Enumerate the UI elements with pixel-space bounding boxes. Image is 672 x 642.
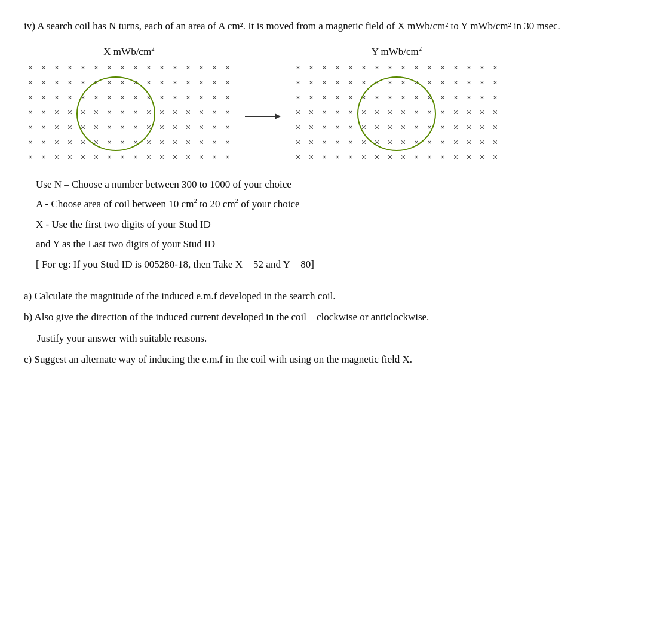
field-cross: × xyxy=(318,62,331,75)
field-cross: × xyxy=(221,121,234,134)
field-cross: × xyxy=(182,136,195,149)
right-arrow-icon xyxy=(245,110,281,122)
field-cross: × xyxy=(142,136,155,149)
field-cross: × xyxy=(331,91,344,105)
field-cross: × xyxy=(436,121,449,134)
field-cross: × xyxy=(90,121,103,134)
field-cross: × xyxy=(370,106,383,119)
instructions-block: Use N – Choose a number between 300 to 1… xyxy=(36,175,648,274)
field-cross: × xyxy=(182,76,195,90)
field-cross: × xyxy=(129,121,142,134)
field-cross: × xyxy=(436,106,449,119)
field-cross: × xyxy=(462,151,475,164)
field-cross: × xyxy=(116,151,129,164)
field-cross: × xyxy=(195,136,208,149)
field-cross: × xyxy=(449,62,462,75)
field-cross: × xyxy=(37,121,50,134)
field-cross: × xyxy=(383,136,397,149)
field-cross: × xyxy=(305,106,318,119)
field-cross: × xyxy=(155,121,168,134)
field-cross: × xyxy=(489,151,502,164)
field-cross: × xyxy=(462,62,475,75)
field-cross: × xyxy=(475,62,489,75)
parts-block: a) Calculate the magnitude of the induce… xyxy=(24,287,648,369)
field-cross: × xyxy=(63,106,76,119)
field-cross: × xyxy=(50,106,63,119)
field-cross: × xyxy=(291,136,305,149)
field-cross: × xyxy=(423,106,436,119)
field-cross: × xyxy=(423,76,436,90)
field-cross: × xyxy=(331,62,344,75)
field-cross: × xyxy=(155,76,168,90)
field-cross: × xyxy=(195,106,208,119)
field-cross: × xyxy=(318,76,331,90)
field-cross: × xyxy=(63,136,76,149)
instruction-a: A - Choose area of coil between 10 cm2 t… xyxy=(36,195,648,213)
field-cross: × xyxy=(221,106,234,119)
field-cross: × xyxy=(24,76,37,90)
field-cross: × xyxy=(195,121,208,134)
field-cross: × xyxy=(168,62,182,75)
field-cross: × xyxy=(155,151,168,164)
field-cross: × xyxy=(37,151,50,164)
field-cross: × xyxy=(291,151,305,164)
field-cross: × xyxy=(462,136,475,149)
field-cross: × xyxy=(489,76,502,90)
field-cross: × xyxy=(76,91,90,105)
field-cross: × xyxy=(195,151,208,164)
field-cross: × xyxy=(103,121,116,134)
field-cross: × xyxy=(475,91,489,105)
field-cross: × xyxy=(449,76,462,90)
field-cross: × xyxy=(462,121,475,134)
field-cross: × xyxy=(475,136,489,149)
field-cross: × xyxy=(50,136,63,149)
field-cross: × xyxy=(305,121,318,134)
field-cross: × xyxy=(90,106,103,119)
field-cross: × xyxy=(489,62,502,75)
field-cross: × xyxy=(50,151,63,164)
field-cross: × xyxy=(291,76,305,90)
field-cross: × xyxy=(24,106,37,119)
field-cross: × xyxy=(24,62,37,75)
question-intro-text: iv) A search coil has N turns, each of a… xyxy=(24,20,560,32)
field-cross: × xyxy=(142,121,155,134)
field-cross: × xyxy=(489,91,502,105)
field-cross: × xyxy=(397,121,410,134)
part-b: b) Also give the direction of the induce… xyxy=(24,308,648,326)
field-cross: × xyxy=(357,106,370,119)
field-cross: × xyxy=(357,151,370,164)
field-cross: × xyxy=(116,76,129,90)
field-cross: × xyxy=(142,76,155,90)
field-cross: × xyxy=(475,106,489,119)
field-cross: × xyxy=(50,121,63,134)
field-cross: × xyxy=(383,62,397,75)
field-cross: × xyxy=(331,121,344,134)
field-cross: × xyxy=(208,62,221,75)
field-cross: × xyxy=(410,151,423,164)
field-cross: × xyxy=(423,91,436,105)
field-cross: × xyxy=(397,136,410,149)
field-cross: × xyxy=(383,106,397,119)
field-cross: × xyxy=(305,62,318,75)
field-cross: × xyxy=(423,136,436,149)
field-cross: × xyxy=(129,106,142,119)
field-cross: × xyxy=(449,106,462,119)
field-cross: × xyxy=(489,121,502,134)
field-cross: × xyxy=(37,106,50,119)
field-cross: × xyxy=(63,62,76,75)
field-cross: × xyxy=(142,91,155,105)
field-cross: × xyxy=(24,151,37,164)
field-cross: × xyxy=(475,151,489,164)
field-cross: × xyxy=(37,76,50,90)
arrow-block xyxy=(245,110,281,122)
left-label: X mWb/cm2 xyxy=(103,45,154,58)
field-cross: × xyxy=(370,136,383,149)
field-cross: × xyxy=(182,151,195,164)
field-cross: × xyxy=(37,136,50,149)
field-cross: × xyxy=(90,76,103,90)
field-cross: × xyxy=(305,76,318,90)
field-cross: × xyxy=(397,106,410,119)
field-cross: × xyxy=(76,106,90,119)
field-cross: × xyxy=(489,106,502,119)
field-cross: × xyxy=(63,76,76,90)
